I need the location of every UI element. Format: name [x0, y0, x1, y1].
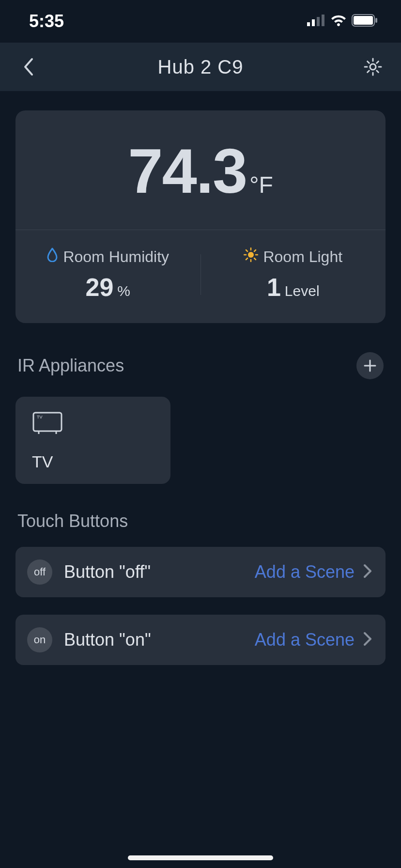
light-unit: Level: [285, 283, 320, 299]
plus-icon: [363, 359, 377, 372]
light-value: 1: [267, 273, 281, 302]
svg-line-16: [246, 258, 247, 260]
appliance-label: TV: [32, 452, 154, 471]
svg-line-14: [254, 258, 256, 260]
svg-rect-1: [312, 19, 315, 26]
svg-line-13: [246, 250, 247, 251]
svg-rect-2: [317, 17, 320, 26]
ir-section-title: IR Appliances: [17, 356, 124, 376]
chevron-left-icon: [22, 57, 34, 77]
touch-button-off[interactable]: off Button "off" Add a Scene: [15, 547, 386, 597]
add-appliance-button[interactable]: [356, 352, 384, 379]
svg-rect-5: [354, 16, 373, 25]
svg-rect-0: [307, 22, 310, 26]
status-bar: 5:35: [0, 0, 401, 43]
touch-section-title: Touch Buttons: [17, 511, 128, 531]
wifi-icon: [330, 15, 347, 28]
svg-rect-6: [375, 18, 377, 23]
svg-text:TV: TV: [37, 415, 43, 419]
add-scene-link[interactable]: Add a Scene: [255, 562, 355, 582]
temperature-display: 74.3 °F: [15, 110, 386, 230]
svg-line-15: [254, 250, 256, 251]
touch-label: Button "on": [64, 630, 255, 650]
touch-label: Button "off": [64, 562, 255, 582]
tv-icon: TV: [32, 411, 154, 437]
settings-button[interactable]: [361, 55, 385, 78]
chevron-right-icon: [363, 632, 372, 648]
chevron-right-icon: [363, 564, 372, 580]
status-indicators: [307, 14, 378, 29]
nav-bar: Hub 2 C9: [0, 43, 401, 91]
gear-icon: [363, 57, 383, 77]
temperature-unit: °F: [249, 171, 273, 198]
cell-signal-icon: [307, 15, 325, 28]
page-title: Hub 2 C9: [158, 56, 244, 78]
touch-badge-off: off: [27, 559, 52, 585]
touch-badge-on: on: [27, 627, 52, 652]
humidity-icon: [46, 248, 58, 266]
humidity-label: Room Humidity: [63, 248, 169, 266]
status-time: 5:35: [29, 11, 64, 31]
sensor-card[interactable]: 74.3 °F Room Humidity 29 %: [15, 110, 386, 323]
temperature-value: 74.3: [128, 135, 247, 207]
back-button[interactable]: [16, 55, 40, 78]
humidity-value: 29: [85, 273, 113, 302]
touch-button-on[interactable]: on Button "on" Add a Scene: [15, 615, 386, 665]
home-indicator[interactable]: [128, 855, 273, 860]
svg-point-8: [248, 252, 254, 258]
battery-icon: [352, 14, 378, 29]
humidity-unit: %: [117, 283, 130, 299]
light-block: Room Light 1 Level: [201, 248, 386, 302]
svg-point-7: [370, 64, 376, 70]
light-label: Room Light: [263, 248, 342, 266]
add-scene-link[interactable]: Add a Scene: [255, 630, 355, 650]
sun-icon: [244, 248, 258, 266]
svg-rect-3: [322, 15, 324, 26]
appliance-tile-tv[interactable]: TV TV: [15, 397, 170, 484]
humidity-block: Room Humidity 29 %: [15, 248, 200, 302]
